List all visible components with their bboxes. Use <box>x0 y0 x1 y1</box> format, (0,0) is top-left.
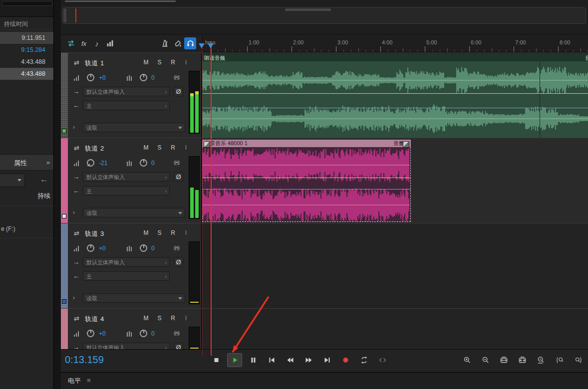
files-scrollbar[interactable] <box>2 1 52 6</box>
properties-dropdown[interactable] <box>0 174 25 187</box>
output-select[interactable]: 主› <box>83 101 170 110</box>
selection-in-handle[interactable] <box>199 43 205 48</box>
go-to-start-button[interactable] <box>264 353 279 367</box>
track-name[interactable]: 轨道 1 <box>85 59 104 68</box>
rewind-button[interactable] <box>283 353 297 367</box>
timeline-overview-bar[interactable] <box>62 7 586 24</box>
volume-value[interactable]: -21 <box>99 160 107 167</box>
horizontal-scrollbar-thumb[interactable] <box>65 0 176 2</box>
pan-knob[interactable] <box>140 74 147 81</box>
volume-knob[interactable] <box>87 74 94 81</box>
pan-envelope-line[interactable] <box>202 108 588 108</box>
output-monitor-icon[interactable]: ((•)) <box>174 245 179 250</box>
effects-rack-icon[interactable]: fx <box>78 37 90 49</box>
phase-invert-button[interactable]: Ø <box>174 343 183 349</box>
overview-left-handle[interactable] <box>63 8 66 22</box>
phase-invert-button[interactable]: Ø <box>174 172 183 182</box>
zoom-to-selection-button[interactable] <box>499 354 509 366</box>
phase-invert-button[interactable]: Ø <box>174 87 183 96</box>
fade-in-handle[interactable] <box>204 141 210 148</box>
waveform-stereo[interactable] <box>202 61 588 138</box>
panel-menu-icon[interactable]: ≡ <box>87 377 91 384</box>
fade-out-handle[interactable] <box>403 141 409 148</box>
output-select[interactable]: 主› <box>83 271 170 281</box>
output-monitor-icon[interactable]: ((•)) <box>174 74 179 80</box>
clip-reading-audio[interactable]: 朗读音频 音量 ▼ <box>202 54 588 138</box>
duration-column-header[interactable]: 持续时间 <box>0 18 53 30</box>
file-duration-row[interactable]: 9:15.284 <box>0 44 53 56</box>
insert-transfer-icon[interactable] <box>65 37 77 49</box>
metronome-icon[interactable] <box>159 37 171 49</box>
clip-title-bar[interactable]: 背景音乐 48000 1 音量 ▼ <box>202 140 411 147</box>
fast-forward-button[interactable] <box>301 353 316 367</box>
playhead-handle[interactable] <box>208 43 214 48</box>
file-duration-row[interactable]: 9:11.951 <box>0 32 53 44</box>
file-duration-row[interactable]: 4:43.488 <box>0 56 53 68</box>
zoom-out-button[interactable] <box>481 354 491 366</box>
input-select[interactable]: 默认立体声输入› <box>83 343 170 349</box>
track-lane[interactable] <box>202 309 588 349</box>
clip-background-music[interactable]: 背景音乐 48000 1 音量 ▼ <box>202 140 411 222</box>
mute-button[interactable]: M <box>142 58 150 67</box>
mute-button[interactable]: M <box>142 314 150 323</box>
waveform-stereo[interactable] <box>202 147 411 222</box>
clip-volume-label[interactable]: 音量 ▼ <box>585 54 588 62</box>
pan-value[interactable]: 0 <box>151 330 155 337</box>
zoom-selection-edges-button[interactable] <box>518 354 528 366</box>
output-select[interactable]: 主› <box>83 186 170 195</box>
expander-icon[interactable]: › <box>73 294 75 301</box>
record-arm-button[interactable]: R <box>169 229 177 237</box>
pause-button[interactable] <box>246 353 261 367</box>
record-arm-button[interactable]: R <box>169 314 177 323</box>
playhead-time-display[interactable]: 0:13.159 <box>65 354 104 366</box>
expander-icon[interactable]: › <box>73 124 75 131</box>
midi-note-icon[interactable]: ♪ <box>91 37 103 49</box>
pan-value[interactable]: 0 <box>151 74 155 81</box>
record-arm-button[interactable]: R <box>169 58 177 67</box>
input-monitor-button[interactable]: I <box>182 314 190 323</box>
playhead-line[interactable] <box>211 43 212 356</box>
zoom-in-button[interactable] <box>462 354 472 366</box>
volume-value[interactable]: +0 <box>99 245 106 252</box>
volume-envelope-line[interactable] <box>202 93 588 94</box>
track-name[interactable]: 轨道 3 <box>85 229 104 238</box>
loop-playback-button[interactable] <box>356 353 371 367</box>
track-name[interactable]: 轨道 2 <box>85 144 104 153</box>
file-duration-row[interactable]: 4:43.488 <box>0 68 53 80</box>
track-name[interactable]: 轨道 4 <box>85 315 104 324</box>
input-select[interactable]: 默认立体声输入› <box>83 87 170 96</box>
pan-knob[interactable] <box>140 244 147 252</box>
overview-range-handle[interactable] <box>285 8 331 11</box>
play-button[interactable] <box>227 353 242 367</box>
pan-knob[interactable] <box>140 159 147 167</box>
overview-playhead[interactable] <box>75 8 76 22</box>
levels-panel-title[interactable]: 电平 <box>68 377 81 386</box>
zoom-out-full-button[interactable] <box>536 354 546 366</box>
volume-value[interactable]: +0 <box>99 74 106 81</box>
zoom-in-at-out-point-button[interactable] <box>573 354 583 366</box>
solo-button[interactable]: S <box>155 58 164 67</box>
clip-title-bar[interactable]: 朗读音频 音量 ▼ <box>202 54 588 61</box>
record-arm-button[interactable]: R <box>169 144 177 152</box>
automation-mode-select[interactable]: 读取 <box>83 208 185 217</box>
skip-selection-button[interactable] <box>375 353 390 367</box>
automation-mode-select[interactable]: 读取 <box>83 123 185 132</box>
go-to-end-button[interactable] <box>319 353 334 367</box>
input-monitor-button[interactable]: I <box>182 58 190 67</box>
input-monitor-button[interactable]: I <box>182 144 190 152</box>
pan-knob[interactable] <box>140 330 147 337</box>
mute-button[interactable]: M <box>142 229 150 237</box>
expander-icon[interactable]: › <box>73 209 75 216</box>
mixer-meters-icon[interactable] <box>104 37 116 49</box>
volume-value[interactable]: +0 <box>99 330 106 337</box>
volume-knob[interactable] <box>87 244 94 252</box>
track-lane[interactable]: 背景音乐 48000 1 音量 ▼ <box>202 138 588 223</box>
track-lane[interactable]: 朗读音频 音量 ▼ <box>202 53 588 138</box>
timeline-ruler[interactable]: hms 1:002:003:004:005:006:007:008:00 <box>202 35 588 52</box>
zoom-in-at-in-point-button[interactable] <box>555 354 565 366</box>
automation-mode-select[interactable]: 读取 <box>83 293 185 303</box>
pan-value[interactable]: 0 <box>151 160 155 167</box>
mute-button[interactable]: M <box>142 144 150 152</box>
record-button[interactable] <box>338 353 353 367</box>
output-monitor-icon[interactable]: ((•)) <box>174 330 179 336</box>
